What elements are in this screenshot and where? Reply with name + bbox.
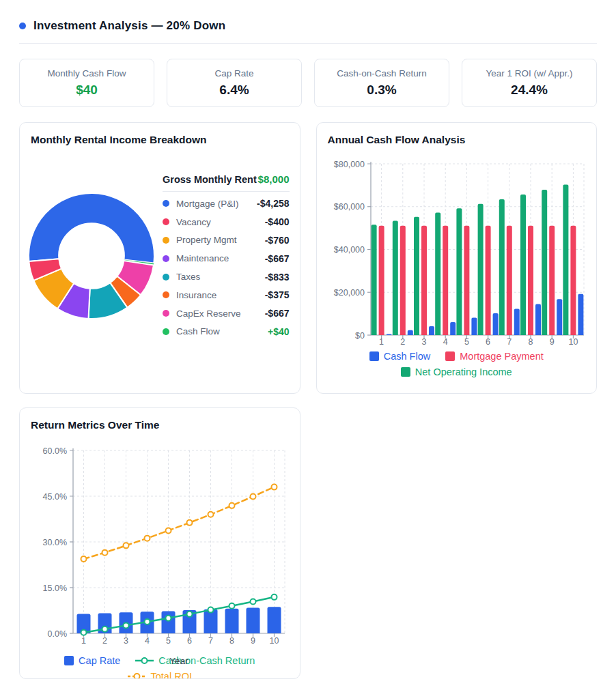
maintenance-dot-icon xyxy=(163,255,169,262)
legend-value: +$40 xyxy=(268,326,290,337)
income-legend-panel: Gross Monthly Rent $8,000 Mortgage (P&I)… xyxy=(163,173,290,341)
legend-swatch-icon xyxy=(64,656,74,665)
x-tick-label: 3 xyxy=(421,337,426,347)
bar-cash-flow-year-4 xyxy=(450,322,456,335)
kpi-row: Monthly Cash Flow$40Cap Rate6.4%Cash-on-… xyxy=(19,59,597,107)
point-total-roi-year-7 xyxy=(208,512,214,517)
point-cash-on-cash-return-year-5 xyxy=(166,616,171,621)
legend-circle xyxy=(142,658,148,663)
legend-label: CapEx Reserve xyxy=(176,308,258,319)
x-tick-label: 10 xyxy=(270,636,279,646)
insurance-dot-icon xyxy=(163,291,169,298)
accent-dot-icon xyxy=(19,23,26,29)
point-total-roi-year-3 xyxy=(124,543,129,548)
bar-cash-flow-year-3 xyxy=(429,326,434,335)
return-metrics-chart: 0.0%15.0%30.0%45.0%60.0%12345678910 xyxy=(30,438,288,648)
point-total-roi-year-10 xyxy=(272,485,277,490)
point-total-roi-year-4 xyxy=(145,536,150,541)
bar-cash-flow-year-5 xyxy=(471,318,477,335)
point-total-roi-year-5 xyxy=(166,528,171,533)
kpi-value: 0.3% xyxy=(320,83,443,98)
income-legend-row-insurance: Insurance-$375 xyxy=(163,286,290,304)
bar-mortgage-payment-year-9 xyxy=(549,226,555,335)
bar-net-operating-income-year-1 xyxy=(371,225,376,335)
legend-label: Total ROI xyxy=(151,671,192,679)
legend-item-net-operating-income[interactable]: Net Operating Income xyxy=(401,366,512,377)
gross-rent-value: $8,000 xyxy=(258,173,290,185)
legend-value: -$4,258 xyxy=(257,198,289,209)
legend-value: -$760 xyxy=(265,235,290,246)
point-cash-on-cash-return-year-10 xyxy=(272,594,277,600)
x-tick-label: 4 xyxy=(443,337,447,347)
x-tick-label: 4 xyxy=(145,636,150,646)
income-breakdown-title: Monthly Rental Income Breakdown xyxy=(31,134,289,146)
annual-cashflow-card: Annual Cash Flow Analysis $0$20,000$40,0… xyxy=(316,122,598,394)
kpi-card-cap-rate: Cap Rate6.4% xyxy=(167,59,302,107)
point-cash-on-cash-return-year-2 xyxy=(102,627,108,632)
legend-label: Mortgage Payment xyxy=(460,351,544,362)
bar-cap-rate-year-5 xyxy=(162,611,176,633)
legend-item-cash-flow[interactable]: Cash Flow xyxy=(369,351,431,362)
annual-cashflow-legend: Cash FlowMortgage PaymentNet Operating I… xyxy=(328,351,586,377)
legend-label: Maintenance xyxy=(176,253,258,263)
legend-label: Cash Flow xyxy=(384,351,431,362)
bar-cash-flow-year-7 xyxy=(514,308,519,335)
income-legend-rows: Mortgage (P&I)-$4,258Vacancy-$400Propert… xyxy=(163,195,290,341)
legend-value: -$375 xyxy=(265,289,290,300)
kpi-label: Monthly Cash Flow xyxy=(25,68,148,78)
annual-cashflow-chart: $0$20,000$40,000$60,000$80,0001234567891… xyxy=(327,153,585,348)
income-legend-row-maintenance: Maintenance-$667 xyxy=(163,249,290,268)
point-cash-on-cash-return-year-8 xyxy=(229,603,235,609)
x-tick-label: 6 xyxy=(486,337,490,347)
y-tick-label: $60,000 xyxy=(333,202,364,212)
bar-cash-flow-year-2 xyxy=(407,330,412,335)
bar-mortgage-payment-year-8 xyxy=(528,226,533,335)
legend-swatch-icon xyxy=(401,367,410,377)
legend-label: Taxes xyxy=(176,272,258,282)
kpi-value: $40 xyxy=(25,83,148,98)
donut-segment-mortgage-p-i xyxy=(29,193,154,263)
y-tick-label: $40,000 xyxy=(333,245,364,255)
legend-swatch-icon xyxy=(445,351,455,361)
page-title: Investment Analysis — 20% Down xyxy=(33,19,225,33)
bar-cash-flow-year-8 xyxy=(535,304,541,335)
point-total-roi-year-1 xyxy=(81,556,87,562)
legend-value: -$667 xyxy=(265,308,290,319)
bar-cap-rate-year-8 xyxy=(225,609,239,633)
income-legend-row-vacancy: Vacancy-$400 xyxy=(163,213,290,231)
x-tick-label: 9 xyxy=(549,337,554,347)
legend-item-total-roi[interactable]: Total ROI xyxy=(128,671,192,679)
legend-label: Vacancy xyxy=(176,217,258,227)
bar-net-operating-income-year-9 xyxy=(542,190,547,335)
bar-mortgage-payment-year-5 xyxy=(464,226,469,335)
kpi-value: 24.4% xyxy=(468,83,591,98)
point-total-roi-year-2 xyxy=(102,550,108,556)
x-tick-label: 8 xyxy=(229,636,234,646)
legend-item-mortgage-payment[interactable]: Mortgage Payment xyxy=(445,351,544,362)
legend-item-cash-on-cash-return[interactable]: Cash-on-Cash Return xyxy=(135,655,255,666)
bar-net-operating-income-year-7 xyxy=(499,199,504,335)
line-cash-on-cash-return xyxy=(84,597,275,633)
bar-mortgage-payment-year-6 xyxy=(485,226,490,335)
kpi-card-year-1-roi-w-appr: Year 1 ROI (w/ Appr.)24.4% xyxy=(462,59,597,107)
legend-label: Mortgage (P&I) xyxy=(176,199,250,209)
x-tick-label: 1 xyxy=(379,337,384,347)
point-cash-on-cash-return-year-6 xyxy=(187,612,193,617)
legend-swatch-icon xyxy=(369,351,379,361)
bar-mortgage-payment-year-1 xyxy=(378,226,384,335)
return-metrics-title: Return Metrics Over Time xyxy=(31,419,289,431)
bar-net-operating-income-year-5 xyxy=(456,208,462,335)
legend-item-cap-rate[interactable]: Cap Rate xyxy=(64,655,120,666)
legend-value: -$667 xyxy=(265,253,290,264)
x-tick-label: 7 xyxy=(507,337,512,347)
bar-net-operating-income-year-2 xyxy=(392,221,397,335)
gross-rent-row: Gross Monthly Rent $8,000 xyxy=(163,173,290,192)
vacancy-dot-icon xyxy=(163,218,169,225)
legend-value: -$833 xyxy=(265,272,290,283)
income-legend-row-capex-reserve: CapEx Reserve-$667 xyxy=(163,304,290,323)
y-tick-label: 0.0% xyxy=(48,629,68,639)
point-cash-on-cash-return-year-3 xyxy=(124,622,129,628)
legend-value: -$400 xyxy=(265,216,290,227)
bar-mortgage-payment-year-2 xyxy=(400,226,405,335)
x-tick-label: 3 xyxy=(124,636,128,646)
